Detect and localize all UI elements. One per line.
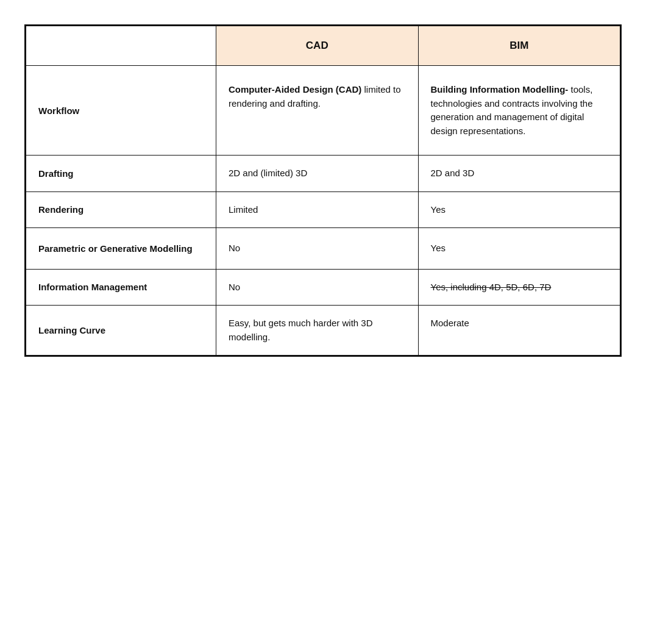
row-cad-parametric: No: [216, 228, 419, 270]
row-label-learning: Learning Curve: [26, 306, 216, 356]
row-bim-parametric: Yes: [418, 228, 620, 270]
header-cad: CAD: [216, 26, 419, 66]
row-bim-rendering: Yes: [418, 191, 620, 228]
table-row: Parametric or Generative Modelling No Ye…: [26, 228, 620, 270]
header-empty: [26, 26, 216, 66]
row-cad-information: No: [216, 269, 419, 306]
row-label-parametric: Parametric or Generative Modelling: [26, 228, 216, 270]
row-cad-learning: Easy, but gets much harder with 3D model…: [216, 306, 419, 356]
bim-bold-term: Building Information Modelling-: [431, 84, 569, 95]
row-bim-information: Yes, including 4D, 5D, 6D, 7D: [418, 269, 620, 306]
row-label-rendering: Rendering: [26, 191, 216, 228]
cad-bold-term: Computer-Aided Design (CAD): [229, 84, 361, 95]
row-label-information: Information Management: [26, 269, 216, 306]
table-row: Information Management No Yes, including…: [26, 269, 620, 306]
row-bim-workflow: Building Information Modelling- tools, t…: [418, 66, 620, 156]
bim-strikethrough-text: Yes, including 4D, 5D, 6D, 7D: [431, 282, 552, 292]
row-cad-workflow: Computer-Aided Design (CAD) limited to r…: [216, 66, 419, 156]
row-cad-rendering: Limited: [216, 191, 419, 228]
row-bim-learning: Moderate: [418, 306, 620, 356]
table-row: Workflow Computer-Aided Design (CAD) lim…: [26, 66, 620, 156]
row-label-workflow: Workflow: [26, 66, 216, 156]
table-row: Drafting 2D and (limited) 3D 2D and 3D: [26, 156, 620, 192]
comparison-table: CAD BIM Workflow Computer-Aided Design (…: [24, 24, 622, 357]
row-bim-drafting: 2D and 3D: [418, 156, 620, 192]
table-header-row: CAD BIM: [26, 26, 620, 66]
table-row: Rendering Limited Yes: [26, 191, 620, 228]
header-bim: BIM: [418, 26, 620, 66]
row-cad-drafting: 2D and (limited) 3D: [216, 156, 419, 192]
row-label-drafting: Drafting: [26, 156, 216, 192]
table-row: Learning Curve Easy, but gets much harde…: [26, 306, 620, 356]
